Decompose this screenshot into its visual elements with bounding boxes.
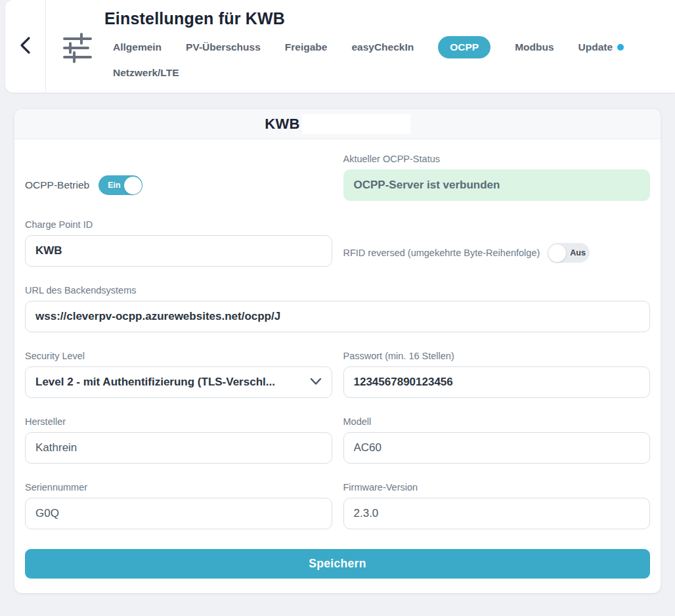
tab-freigabe[interactable]: Freigabe [285,41,328,53]
card-body: OCPP-Betrieb Ein Aktueller OCPP-Status O… [14,139,661,593]
manufacturer-group: Hersteller [25,416,332,464]
password-group: Passwort (min. 16 Stellen) [343,351,651,398]
serial-number-input[interactable] [25,498,332,529]
card-header: KWB [14,109,661,139]
rfid-reversed-label: RFID reversed (umgekehrte Byte-Reihenfol… [343,248,540,258]
tab-netzwerk-lte[interactable]: Netzwerk/LTE [113,67,179,79]
rfid-reversed-toggle[interactable]: Aus [548,243,590,263]
sliders-icon [62,33,93,66]
chevron-left-icon [17,35,34,58]
security-level-value: Level 2 - mit Authentifizierung (TLS-Ver… [35,376,275,389]
ocpp-operation-row: OCPP-Betrieb Ein [25,169,332,201]
tab-ocpp[interactable]: OCPP [438,36,490,58]
backend-url-group: URL des Backendsystems [25,285,650,332]
tab-modbus[interactable]: Modbus [515,41,554,53]
card-title: KWB [265,116,299,133]
update-notification-dot [617,44,624,51]
backend-url-input[interactable] [25,301,650,332]
charge-point-id-label: Charge Point ID [25,219,332,230]
security-level-select[interactable]: Level 2 - mit Authentifizierung (TLS-Ver… [25,366,332,398]
toggle-state-label: Ein [108,181,120,190]
ocpp-settings-card: KWB OCPP-Betrieb Ein Aktueller OCPP-Stat… [14,109,661,593]
ocpp-status-label: Aktueller OCPP-Status [343,154,651,164]
manufacturer-label: Hersteller [25,416,332,427]
tab-bar: Allgemein PV-Überschuss Freigabe easyChe… [104,36,649,79]
header-content: Einstellungen für KWB Allgemein PV-Übers… [46,0,675,93]
tab-pv-ueberschuss[interactable]: PV-Überschuss [186,41,261,53]
save-button[interactable]: Speichern [25,549,650,579]
redacted-area [302,114,410,134]
back-button[interactable] [5,0,46,93]
serial-number-label: Seriennummer [25,482,332,493]
chevron-down-icon [310,376,322,389]
ocpp-operation-toggle[interactable]: Ein [98,175,142,195]
security-level-group: Security Level Level 2 - mit Authentifiz… [25,351,332,398]
ocpp-operation-label: OCPP-Betrieb [25,179,89,191]
charge-point-id-input[interactable] [25,235,332,267]
toggle-knob [548,244,566,262]
tab-allgemein[interactable]: Allgemein [113,41,162,53]
firmware-version-label: Firmware-Version [343,482,651,493]
settings-header: Einstellungen für KWB Allgemein PV-Übers… [5,0,675,93]
serial-number-group: Seriennummer [25,482,332,529]
ocpp-status-group: Aktueller OCPP-Status OCPP-Server ist ve… [343,154,651,201]
model-input[interactable] [343,432,651,464]
security-level-label: Security Level [25,351,332,361]
model-group: Modell [343,416,651,464]
backend-url-label: URL des Backendsystems [25,285,650,296]
password-input[interactable] [343,366,651,398]
ocpp-status-value: OCPP-Server ist verbunden [343,169,651,201]
manufacturer-input[interactable] [25,432,332,464]
firmware-version-input[interactable] [343,498,651,529]
toggle-knob [124,177,142,194]
tab-update[interactable]: Update [578,41,624,53]
charge-point-id-group: Charge Point ID [25,219,332,267]
firmware-version-group: Firmware-Version [343,482,651,529]
page-title: Einstellungen für KWB [104,9,649,28]
rfid-reversed-row: RFID reversed (umgekehrte Byte-Reihenfol… [343,239,651,267]
model-label: Modell [343,416,651,427]
tab-easycheckin[interactable]: easyCheckIn [351,41,414,53]
password-label: Passwort (min. 16 Stellen) [343,351,651,361]
toggle-state-label: Aus [570,248,586,257]
